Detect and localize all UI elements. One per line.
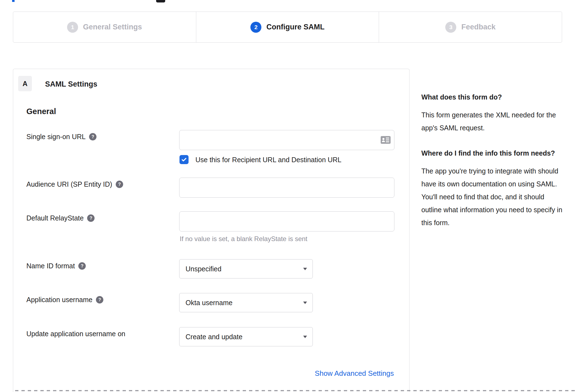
address-card-icon xyxy=(381,136,391,144)
step-1-label: General Settings xyxy=(83,23,142,31)
name-id-format-label: Name ID format xyxy=(26,262,75,270)
update-username-label-row: Update application username on xyxy=(26,330,125,338)
general-section-title: General xyxy=(26,107,56,116)
sso-url-input[interactable] xyxy=(179,130,394,150)
sidebar-heading-what: What does this form do? xyxy=(421,91,562,104)
app-username-value: Okta username xyxy=(186,299,303,307)
step-1-badge: 1 xyxy=(67,22,78,33)
step-2-label: Configure SAML xyxy=(266,23,324,31)
sidebar-body-what: This form generates the XML needed for t… xyxy=(421,109,562,134)
caret-down-icon xyxy=(303,336,307,338)
step-feedback: 3 Feedback xyxy=(379,12,562,42)
saml-settings-panel: A SAML Settings General Single sign-on U… xyxy=(13,69,410,392)
relay-state-label: Default RelayState xyxy=(26,214,84,222)
step-3-label: Feedback xyxy=(461,23,496,31)
audience-uri-input[interactable] xyxy=(179,178,394,198)
saml-settings-title: SAML Settings xyxy=(45,80,97,89)
step-general-settings: 1 General Settings xyxy=(13,12,196,42)
step-configure-saml: 2 Configure SAML xyxy=(196,12,379,42)
clipped-dark-icon-fragment xyxy=(156,0,165,2)
audience-uri-help-icon[interactable]: ? xyxy=(116,181,123,188)
checkmark-icon xyxy=(181,156,187,163)
sso-url-label: Single sign-on URL xyxy=(26,133,85,141)
app-username-label-row: Application username ? xyxy=(26,296,103,304)
relay-state-input[interactable] xyxy=(179,211,394,231)
sso-url-help-icon[interactable]: ? xyxy=(89,133,96,140)
recipient-url-checkbox[interactable] xyxy=(179,155,189,164)
step-2-badge: 2 xyxy=(250,22,261,33)
step-3-badge: 3 xyxy=(445,22,456,33)
relay-state-helper-text: If no value is set, a blank RelayState i… xyxy=(180,235,307,243)
section-a-badge: A xyxy=(18,76,32,91)
help-sidebar: What does this form do? This form genera… xyxy=(421,91,562,242)
name-id-format-select[interactable]: Unspecified xyxy=(179,259,313,278)
show-advanced-settings-link[interactable]: Show Advanced Settings xyxy=(315,369,394,378)
app-username-help-icon[interactable]: ? xyxy=(96,296,103,303)
caret-down-icon xyxy=(303,268,307,270)
audience-uri-label: Audience URI (SP Entity ID) xyxy=(26,180,112,188)
relay-state-label-row: Default RelayState ? xyxy=(26,214,95,222)
name-id-format-label-row: Name ID format ? xyxy=(26,262,86,270)
dashed-divider xyxy=(15,390,575,391)
wizard-stepper: 1 General Settings 2 Configure SAML 3 Fe… xyxy=(13,12,562,43)
recipient-url-checkbox-label[interactable]: Use this for Recipient URL and Destinati… xyxy=(195,156,341,164)
caret-down-icon xyxy=(303,302,307,304)
update-username-select[interactable]: Create and update xyxy=(179,327,313,346)
update-username-label: Update application username on xyxy=(26,330,125,338)
app-username-select[interactable]: Okta username xyxy=(179,293,313,312)
app-username-label: Application username xyxy=(26,296,92,304)
name-id-format-help-icon[interactable]: ? xyxy=(78,262,86,270)
clipped-blue-fragment xyxy=(12,0,15,2)
configure-saml-screen: 1 General Settings 2 Configure SAML 3 Fe… xyxy=(0,0,575,392)
update-username-value: Create and update xyxy=(186,333,303,341)
sidebar-body-where: The app you're trying to integrate with … xyxy=(421,165,562,229)
sidebar-heading-where: Where do I find the info this form needs… xyxy=(421,147,562,160)
audience-uri-label-row: Audience URI (SP Entity ID) ? xyxy=(26,180,123,188)
sso-url-label-row: Single sign-on URL ? xyxy=(26,133,96,141)
relay-state-help-icon[interactable]: ? xyxy=(87,214,95,222)
name-id-format-value: Unspecified xyxy=(186,265,303,273)
